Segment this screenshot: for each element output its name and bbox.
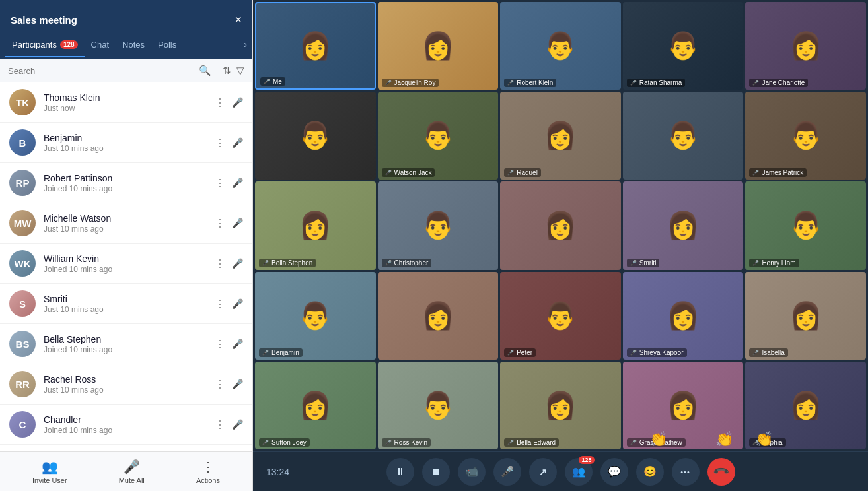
list-item[interactable]: RP Robert Pattinson Joined 10 mins ago ⋮… [0, 163, 252, 203]
more-options-icon[interactable]: ⋮ [213, 176, 227, 191]
filter-icon[interactable]: ▽ [236, 65, 244, 77]
video-cell-bella-s[interactable]: 👩 🎤 Bella Stephen [255, 181, 376, 269]
person-shape: 👩 [623, 272, 744, 360]
video-cell-benjamin[interactable]: 👨 🎤 Benjamin [255, 272, 376, 360]
person-shape: 👨 [745, 92, 866, 180]
list-item[interactable]: WK William Kevin Joined 10 mins ago ⋮ 🎤 [0, 244, 252, 284]
video-label-bella-s: 🎤 Bella Stephen [259, 259, 316, 267]
participants-count-badge: 128 [579, 456, 594, 464]
actions-button[interactable]: ⋮ Actions [196, 459, 220, 484]
participant-name: William Kevin [44, 253, 205, 264]
share-button[interactable]: ↗ [529, 458, 557, 486]
stop-icon: ⏹ [431, 466, 441, 478]
invite-user-button[interactable]: 👥 Invite User [32, 459, 67, 484]
video-cell-shreya[interactable]: 👩 🎤 Shreya Kapoor [623, 272, 744, 360]
video-cell-james[interactable]: 👨 🎤 James Patrick [745, 92, 866, 180]
pause-button[interactable]: ⏸ [386, 458, 414, 486]
video-cell-jane[interactable]: 👩 🎤 Jane Charlotte [745, 2, 866, 90]
participants-toggle-button[interactable]: 👥 128 [565, 458, 593, 486]
tabs-more-arrow[interactable]: › [244, 39, 247, 49]
video-cell-watson[interactable]: 👨 🎤 Watson Jack [378, 92, 499, 180]
mute-icon[interactable]: 🎤 [232, 419, 243, 430]
video-cell-isabella[interactable]: 👩 🎤 Isabella [745, 272, 866, 360]
list-item[interactable]: TK Thomas Klein Just now ⋮ 🎤 [0, 82, 252, 123]
list-item[interactable]: BS Bella Stephen Joined 10 mins ago ⋮ 🎤 [0, 324, 252, 364]
video-cell-person17[interactable]: 👩 [378, 272, 499, 360]
list-item[interactable]: B Benjamin Just 10 mins ago ⋮ 🎤 [0, 123, 252, 163]
avatar: RP [9, 170, 36, 196]
sort-icon[interactable]: ⇅ [223, 65, 231, 77]
video-cell-smriti[interactable]: 👩 🎤 Smriti [623, 181, 744, 269]
more-options-icon[interactable]: ⋮ [213, 337, 227, 352]
participant-name: Rachel Ross [44, 374, 205, 385]
mute-icon[interactable]: 🎤 [232, 137, 243, 148]
tab-polls[interactable]: Polls [151, 33, 183, 56]
list-item[interactable]: RR Rachel Ross Just 10 mins ago ⋮ 🎤 [0, 364, 252, 405]
video-label-grace: 🎤 Grace Mathew [627, 438, 686, 447]
video-cell-jacquelin[interactable]: 👩 🎤 Jacquelin Roy [378, 2, 499, 90]
video-cell-henry[interactable]: 👨 🎤 Henry Liam [745, 181, 866, 269]
more-options-icon[interactable]: ⋮ [213, 135, 227, 150]
video-cell-person13[interactable]: 👩 [500, 181, 621, 269]
participant-status: Just 10 mins ago [44, 385, 205, 395]
chat-toggle-button[interactable]: 💬 [600, 458, 628, 486]
video-label-isabella: 🎤 Isabella [749, 348, 787, 357]
video-cell-ratan[interactable]: 👨 🎤 Ratan Sharma [623, 2, 744, 90]
more-options-icon[interactable]: ⋮ [213, 216, 227, 231]
video-cell-person9[interactable]: 👨 [623, 92, 744, 180]
tab-chat-label: Chat [91, 40, 109, 49]
tab-notes-label: Notes [122, 40, 145, 49]
more-options-icon[interactable]: ⋮ [213, 296, 227, 311]
end-call-button[interactable]: 📞 [707, 458, 735, 486]
video-label-robert-k: 🎤 Robert Klein [504, 79, 556, 87]
stop-button[interactable]: ⏹ [422, 458, 450, 486]
mute-icon[interactable]: 🎤 [232, 97, 243, 108]
video-cell-sutton[interactable]: 👩 🎤 Sutton Joey [255, 362, 376, 449]
tab-participants[interactable]: Participants 128 [5, 33, 85, 57]
participant-actions: ⋮ 🎤 [213, 216, 243, 231]
tab-notes[interactable]: Notes [116, 33, 151, 56]
mute-all-button[interactable]: 🎤 Mute All [119, 459, 145, 484]
mute-icon[interactable]: 🎤 [232, 258, 243, 269]
video-cell-raquel[interactable]: 👩 🎤 Raquel [500, 92, 621, 180]
close-button[interactable]: × [235, 14, 242, 26]
video-cell-robert-k[interactable]: 👨 🎤 Robert Klein [500, 2, 621, 90]
video-label-smriti: 🎤 Smriti [627, 259, 660, 267]
video-cell-me[interactable]: 👩 🎤 Me [255, 2, 376, 90]
video-cell-peter[interactable]: 👨 🎤 Peter [500, 272, 621, 360]
more-options-icon[interactable]: ⋮ [213, 95, 227, 110]
mute-icon[interactable]: 🎤 [232, 178, 243, 188]
video-cell-christopher[interactable]: 👨 🎤 Christopher [378, 181, 499, 269]
person-shape: 👩 [500, 181, 621, 269]
mic-button[interactable]: 🎤 [493, 458, 521, 486]
mute-icon[interactable]: 🎤 [232, 298, 243, 309]
more-options-icon[interactable]: ⋮ [213, 256, 227, 271]
mute-icon[interactable]: 🎤 [232, 379, 243, 389]
video-label-james: 🎤 James Patrick [749, 168, 807, 177]
video-cell-sophia[interactable]: 👩 🎤 Sophia [745, 362, 866, 449]
video-cell-ross[interactable]: 👨 🎤 Ross Kevin [378, 362, 499, 449]
end-call-icon: 📞 [712, 463, 731, 481]
mute-icon[interactable]: 🎤 [232, 218, 243, 228]
search-icon[interactable]: 🔍 [199, 65, 211, 77]
video-label-peter: 🎤 Peter [504, 348, 536, 357]
search-input[interactable] [8, 66, 194, 76]
video-cell-bella-e[interactable]: 👩 🎤 Bella Edward [500, 362, 621, 449]
list-item[interactable]: C Chandler Joined 10 mins ago ⋮ 🎤 [0, 405, 252, 445]
list-item[interactable]: S Smriti Just 10 mins ago ⋮ 🎤 [0, 284, 252, 324]
participant-status: Just 10 mins ago [44, 144, 205, 153]
more-options-icon[interactable]: ⋮ [213, 417, 227, 432]
mute-icon[interactable]: 🎤 [232, 339, 243, 349]
video-cell-grace[interactable]: 👩 🎤 Grace Mathew [623, 362, 744, 449]
participants-badge: 128 [60, 40, 78, 49]
invite-user-label: Invite User [32, 476, 67, 484]
list-item[interactable]: MW Michelle Watson Just 10 mins ago ⋮ 🎤 [0, 203, 252, 244]
more-options-icon[interactable]: ⋮ [213, 377, 227, 392]
tab-chat[interactable]: Chat [85, 33, 116, 56]
camera-button[interactable]: 📹 [458, 458, 486, 486]
person-shape: 👨 [623, 2, 744, 90]
list-item[interactable]: SJ Sutton Joey Joined 10 mins ago ⋮ 🎤 [0, 445, 252, 451]
video-cell-person6[interactable]: 👨 [255, 92, 376, 180]
more-options-button[interactable]: ••• [672, 458, 700, 486]
reactions-button[interactable]: 😊 [636, 458, 664, 486]
